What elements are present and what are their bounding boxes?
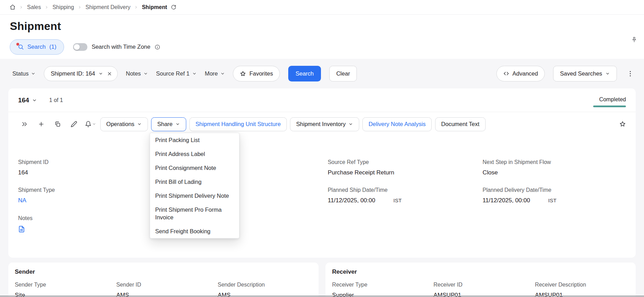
bell-icon xyxy=(85,121,92,127)
field-label: Sender Description xyxy=(218,282,312,288)
favorite-star-icon[interactable] xyxy=(619,121,626,127)
filter-status-dropdown[interactable]: Status xyxy=(12,70,36,77)
filter-source-ref-dropdown[interactable]: Source Ref 1 xyxy=(156,70,196,77)
sender-panel: Sender Sender Type Site Sender ID AMS Se… xyxy=(8,263,319,297)
chevron-down-icon xyxy=(137,122,142,126)
chevron-down-icon xyxy=(175,122,180,126)
field-sender-type: Sender Type Site xyxy=(15,282,116,297)
field-planned-ship-datetime: Planned Ship Date/Time 11/12/2025, 00:00… xyxy=(328,187,483,204)
notifications-button[interactable] xyxy=(84,118,97,131)
filter-chip-shipment-id[interactable]: Shipment ID: 164 xyxy=(44,66,118,81)
record-id: 164 xyxy=(18,96,29,104)
info-icon[interactable] xyxy=(155,44,160,50)
share-menu-item-print-address-label[interactable]: Print Address Label xyxy=(150,147,239,161)
share-menu: Print Packing List Print Address Label P… xyxy=(150,133,239,239)
double-chevron-right-icon xyxy=(21,121,28,127)
breadcrumb-shipping[interactable]: Shipping xyxy=(53,4,74,10)
field-label: Sender ID xyxy=(116,282,218,288)
favorites-button[interactable]: Favorites xyxy=(233,66,280,81)
edit-record-button[interactable] xyxy=(67,118,80,131)
receiver-panel: Receiver Receiver Type Supplier Receiver… xyxy=(325,263,636,297)
record-card: 164 1 of 1 Completed Operations xyxy=(8,88,636,258)
chevron-down-icon xyxy=(605,71,610,76)
search-pill-label: Search xyxy=(28,44,46,50)
datetime-value: 11/12/2025, 00:00 xyxy=(328,197,376,204)
sender-fields: Sender Type Site Sender ID AMS Sender De… xyxy=(15,282,312,297)
advanced-label: Advanced xyxy=(512,70,538,77)
share-menu-item-send-freight-booking[interactable]: Send Freight Booking xyxy=(150,224,239,238)
operations-dropdown[interactable]: Operations xyxy=(100,117,148,131)
expand-toolbar-button[interactable] xyxy=(18,118,31,131)
pin-icon[interactable] xyxy=(631,37,637,43)
status-badge: Completed xyxy=(599,96,626,103)
share-dropdown[interactable]: Share xyxy=(151,117,186,131)
share-label: Share xyxy=(157,121,173,127)
shipment-page: Sales Shipping Shipment Delivery Shipmen… xyxy=(0,0,644,297)
search-badge-dot xyxy=(16,43,19,46)
share-menu-item-print-shipment-pro-forma-invoice[interactable]: Print Shipment Pro Forma Invoice xyxy=(150,203,239,224)
add-record-button[interactable] xyxy=(34,118,48,131)
toggle-knob xyxy=(74,44,80,50)
search-button[interactable]: Search xyxy=(288,66,321,81)
filter-more-label: More xyxy=(205,70,218,77)
share-menu-item-print-bill-of-lading[interactable]: Print Bill of Lading xyxy=(150,175,239,189)
share-menu-item-print-packing-list[interactable]: Print Packing List xyxy=(150,133,239,147)
breadcrumb: Sales Shipping Shipment Delivery Shipmen… xyxy=(0,0,644,15)
field-receiver-description: Receiver Description AMSUP01 xyxy=(535,282,629,297)
field-value: Close xyxy=(482,169,626,176)
field-value: 11/12/2025, 00:00IST xyxy=(482,197,626,204)
operations-label: Operations xyxy=(106,121,134,127)
field-sender-description: Sender Description AMS xyxy=(218,282,312,297)
kebab-menu-icon[interactable] xyxy=(625,68,636,79)
record-toolbar: Operations Share Print Packing List Prin… xyxy=(8,112,636,137)
filter-chip-label: Shipment ID: 164 xyxy=(51,70,95,77)
filter-source-ref-label: Source Ref 1 xyxy=(156,70,189,77)
note-icon[interactable] xyxy=(18,226,25,233)
shipment-details: Shipment ID 164 Shipment Type NA Notes S… xyxy=(8,137,636,258)
chevron-down-icon xyxy=(192,71,197,76)
document-text-button[interactable]: Document Text xyxy=(435,117,486,131)
field-planned-delivery-datetime: Planned Delivery Date/Time 11/12/2025, 0… xyxy=(482,187,626,204)
chevron-right-icon xyxy=(45,5,49,9)
code-icon xyxy=(503,71,509,77)
sender-receiver-row: Sender Sender Type Site Sender ID AMS Se… xyxy=(8,263,636,297)
copy-record-button[interactable] xyxy=(51,118,64,131)
chevron-down-icon xyxy=(92,122,96,126)
breadcrumb-shipment: Shipment xyxy=(142,4,167,10)
shipment-inventory-dropdown[interactable]: Shipment Inventory xyxy=(290,117,359,131)
filter-more-dropdown[interactable]: More xyxy=(205,70,225,77)
filter-bar: Status Shipment ID: 164 Notes Source Ref… xyxy=(0,59,644,88)
timezone-toggle[interactable] xyxy=(73,43,87,50)
details-column-4: Next Step in Shipment Flow Close Planned… xyxy=(482,159,626,245)
refresh-icon[interactable] xyxy=(171,5,176,10)
favorites-label: Favorites xyxy=(249,70,273,77)
saved-searches-dropdown[interactable]: Saved Searches xyxy=(553,66,617,81)
horizontal-scrollbar[interactable] xyxy=(0,296,644,297)
shipment-handling-unit-structure-button[interactable]: Shipment Handling Unit Structure xyxy=(189,117,287,131)
delivery-note-analysis-button[interactable]: Delivery Note Analysis xyxy=(362,117,432,131)
share-menu-item-print-consignment-note[interactable]: Print Consignment Note xyxy=(150,161,239,175)
status-block: Completed xyxy=(593,93,626,107)
saved-searches-label: Saved Searches xyxy=(560,70,602,77)
advanced-button[interactable]: Advanced xyxy=(496,66,545,81)
filter-notes-dropdown[interactable]: Notes xyxy=(126,70,148,77)
breadcrumb-shipment-delivery[interactable]: Shipment Delivery xyxy=(86,4,131,10)
clear-button[interactable]: Clear xyxy=(329,66,357,81)
share-menu-item-print-shipment-delivery-note[interactable]: Print Shipment Delivery Note xyxy=(150,189,239,203)
record-id-dropdown[interactable]: 164 xyxy=(18,96,37,104)
field-value: 11/12/2025, 00:00IST xyxy=(328,197,483,204)
chip-close-icon[interactable] xyxy=(107,71,112,76)
chevron-down-icon xyxy=(220,71,225,76)
field-value: Purchase Receipt Return xyxy=(328,169,483,176)
chevron-right-icon xyxy=(78,5,82,9)
search-expand-button[interactable]: Search (1) xyxy=(10,39,64,55)
chevron-down-icon xyxy=(32,98,37,103)
chevron-down-icon xyxy=(143,71,148,76)
home-icon[interactable] xyxy=(10,4,16,10)
field-label: Receiver Description xyxy=(535,282,629,288)
field-label: Receiver ID xyxy=(433,282,535,288)
breadcrumb-sales[interactable]: Sales xyxy=(27,4,41,10)
share-dropdown-wrap: Share Print Packing List Print Address L… xyxy=(151,117,186,131)
search-pill-count: (1) xyxy=(49,44,56,50)
datetime-value: 11/12/2025, 00:00 xyxy=(482,197,530,204)
